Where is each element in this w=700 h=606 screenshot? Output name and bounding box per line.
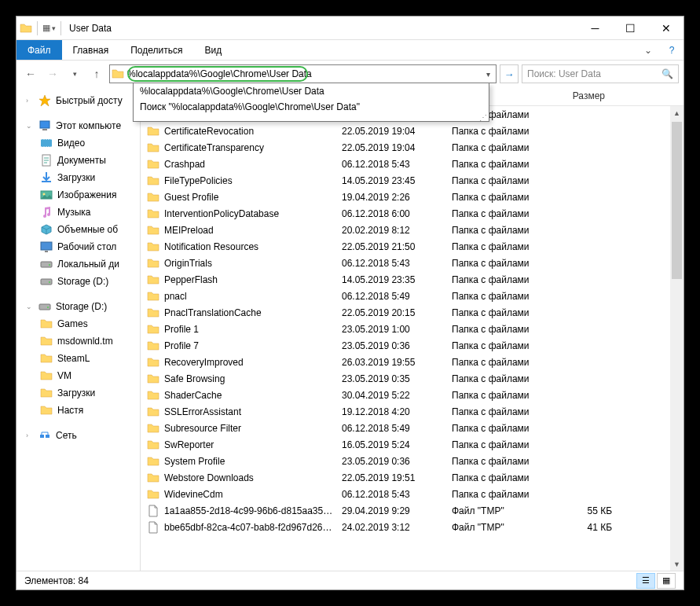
scrollbar-thumb[interactable]: [672, 122, 682, 279]
list-item[interactable]: Guest Profile19.04.2019 2:26Папка с файл…: [141, 189, 684, 205]
list-item[interactable]: Subresource Filter06.12.2018 5:49Папка с…: [141, 420, 684, 436]
list-item[interactable]: Safe Browsing23.05.2019 0:35Папка с файл…: [141, 370, 684, 387]
item-type: Папка с файлами: [445, 274, 555, 285]
up-button[interactable]: ↑: [87, 64, 106, 83]
back-button[interactable]: ←: [21, 64, 40, 83]
tree-steaml[interactable]: SteamL: [16, 350, 140, 367]
tree-pictures[interactable]: Изображения: [16, 186, 140, 204]
folder-icon: [147, 439, 161, 451]
tree-downloads[interactable]: Загрузки: [16, 169, 140, 186]
list-item[interactable]: System Profile23.05.2019 0:36Папка с фай…: [141, 453, 684, 469]
list-item[interactable]: SwReporter16.05.2019 5:24Папка с файлами: [141, 436, 684, 453]
maximize-button[interactable]: ☐: [613, 17, 648, 40]
list-item[interactable]: Profile 123.05.2019 1:00Папка с файлами: [141, 321, 684, 337]
list-item[interactable]: Notification Resources22.05.2019 21:50Па…: [141, 238, 684, 255]
close-button[interactable]: ✕: [648, 17, 684, 40]
tree-network[interactable]: ›Сеть: [16, 427, 140, 444]
forward-button[interactable]: →: [43, 64, 62, 83]
item-name: CertificateTransparency: [164, 142, 335, 153]
tree-local-disk[interactable]: Локальный ди: [16, 255, 140, 273]
view-icons-button[interactable]: ▦: [657, 573, 676, 589]
address-history-dropdown-icon[interactable]: ▾: [480, 70, 496, 79]
list-item[interactable]: InterventionPolicyDatabase06.12.2018 6:0…: [141, 205, 684, 222]
folder-icon: [40, 387, 53, 399]
column-size[interactable]: Размер: [549, 87, 612, 105]
list-item[interactable]: 1a1aa855-2d18-4c99-96b6-d815aa35b36e...2…: [141, 502, 684, 519]
item-name: 1a1aa855-2d18-4c99-96b6-d815aa35b36e...: [164, 505, 335, 516]
recent-dropdown-icon[interactable]: ▾: [65, 64, 84, 83]
autocomplete-resize-grip[interactable]: ⋰: [134, 115, 489, 121]
list-item[interactable]: WidevineCdm06.12.2018 5:43Папка с файлам…: [141, 486, 684, 502]
list-item[interactable]: ShaderCache30.04.2019 5:22Папка с файлам…: [141, 387, 684, 403]
item-type: Папка с файлами: [445, 142, 555, 153]
folder-icon: [147, 257, 161, 270]
list-item[interactable]: CertificateTransparency22.05.2019 19:04П…: [141, 139, 684, 156]
item-type: Папка с файлами: [445, 406, 555, 417]
tree-games[interactable]: Games: [16, 315, 140, 332]
search-box[interactable]: Поиск: User Data 🔍: [522, 64, 679, 83]
tree-music[interactable]: Музыка: [16, 204, 140, 221]
tree-storage-d[interactable]: Storage (D:): [16, 273, 140, 290]
view-details-button[interactable]: ☰: [636, 573, 655, 589]
item-type: Папка с файлами: [445, 489, 555, 500]
list-item[interactable]: MEIPreload20.02.2019 8:12Папка с файлами: [141, 222, 684, 238]
address-input[interactable]: [126, 65, 480, 83]
tree-this-pc[interactable]: ⌄Этот компьюте: [16, 117, 140, 134]
item-date: 16.05.2019 5:24: [335, 439, 445, 450]
folder-icon: [147, 389, 161, 402]
tree-msdownld[interactable]: msdownld.tm: [16, 332, 140, 350]
list-item[interactable]: FileTypePolicies14.05.2019 23:45Папка с …: [141, 172, 684, 189]
address-bar[interactable]: ▾: [109, 64, 497, 83]
list-item[interactable]: RecoveryImproved26.03.2019 19:55Папка с …: [141, 354, 684, 370]
tree-nastya[interactable]: Настя: [16, 402, 140, 419]
tree-3dobjects[interactable]: Объемные об: [16, 221, 140, 238]
tree-quick-access[interactable]: ›Быстрый досту: [16, 92, 140, 109]
qat-properties-icon[interactable]: ▦: [42, 23, 50, 33]
item-type: Папка с файлами: [445, 456, 555, 467]
tree-documents[interactable]: Документы: [16, 152, 140, 169]
item-name: System Profile: [164, 456, 335, 467]
item-name: RecoveryImproved: [164, 357, 335, 368]
ribbon-expand-icon[interactable]: ⌄: [636, 40, 660, 60]
list-item[interactable]: PnaclTranslationCache22.05.2019 20:15Пап…: [141, 304, 684, 321]
tree-videos[interactable]: Видео: [16, 134, 140, 152]
minimize-button[interactable]: ─: [577, 17, 613, 40]
tree-desktop[interactable]: Рабочий стол: [16, 238, 140, 255]
folder-icon: [40, 369, 53, 382]
tab-view[interactable]: Вид: [193, 40, 233, 60]
qat-dropdown-icon[interactable]: ▾: [52, 24, 56, 32]
list-item[interactable]: SSLErrorAssistant19.12.2018 4:20Папка с …: [141, 403, 684, 420]
list-item[interactable]: Webstore Downloads22.05.2019 19:51Папка …: [141, 469, 684, 486]
navigation-pane[interactable]: ›Быстрый досту ⌄Этот компьюте Видео Доку…: [16, 87, 141, 571]
file-icon: [147, 505, 161, 517]
list-item[interactable]: Profile 723.05.2019 0:36Папка с файлами: [141, 337, 684, 354]
autocomplete-search-item[interactable]: Поиск "%localappdata%\Google\Chrome\User…: [134, 99, 489, 115]
scroll-down-icon[interactable]: ▼: [670, 557, 684, 571]
folder-icon: [40, 404, 53, 417]
list-item[interactable]: PepperFlash14.05.2019 23:35Папка с файла…: [141, 271, 684, 288]
list-item[interactable]: Crashpad06.12.2018 5:43Папка с файлами: [141, 156, 684, 172]
list-item[interactable]: pnacl06.12.2018 5:49Папка с файлами: [141, 288, 684, 304]
list-item[interactable]: CertificateRevocation22.05.2019 19:04Пап…: [141, 123, 684, 139]
tab-share[interactable]: Поделиться: [119, 40, 193, 60]
tree-vm[interactable]: VM: [16, 367, 140, 384]
list-item[interactable]: bbe65dbf-82ca-4c07-bab8-f2d967d26174...2…: [141, 519, 684, 535]
tree-storage-d-root[interactable]: ⌄Storage (D:): [16, 298, 140, 315]
vertical-scrollbar[interactable]: ▲ ▼: [670, 106, 684, 571]
tree-downloads2[interactable]: Загрузки: [16, 384, 140, 402]
search-icon[interactable]: 🔍: [662, 68, 673, 79]
desktop-icon: [40, 241, 53, 253]
scroll-up-icon[interactable]: ▲: [670, 106, 684, 119]
item-date: 26.03.2019 19:55: [335, 357, 445, 368]
go-button[interactable]: →: [500, 64, 519, 83]
autocomplete-item[interactable]: %localappdata%\Google\Chrome\User Data: [134, 83, 489, 99]
item-date: 23.05.2019 0:36: [335, 340, 445, 351]
pc-icon: [38, 119, 51, 132]
list-item[interactable]: OriginTrials06.12.2018 5:43Папка с файла…: [141, 255, 684, 271]
help-icon[interactable]: ?: [660, 40, 684, 60]
tab-file[interactable]: Файл: [16, 40, 62, 60]
tab-home[interactable]: Главная: [62, 40, 120, 60]
file-list[interactable]: Размер BrowserMetrics22.05.2019 19:04Пап…: [141, 87, 684, 571]
folder-icon: [147, 488, 161, 501]
file-icon: [147, 521, 161, 534]
